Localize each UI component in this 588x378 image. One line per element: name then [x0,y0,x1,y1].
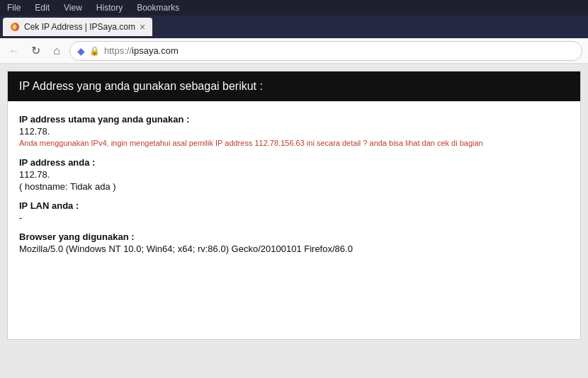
url-bar[interactable]: ◆ 🔒 https://ipsaya.com [69,41,582,61]
back-icon: ← [9,45,20,57]
ip-primary-label: IP address utama yang anda gunakan : [19,114,569,125]
lock-icon: 🔒 [89,46,100,56]
ip-anda-value: 112.78. [19,169,569,180]
info-text: Anda menggunakan IPv4, ingin mengetahui … [19,138,569,149]
ip-anda-label: IP address anda : [19,157,569,168]
site-header: IP Address yang anda gunakan sebagai ber… [8,71,580,101]
menu-file[interactable]: File [4,1,23,14]
ip-primary-value: 112.78. [19,126,569,137]
browser-value: Mozilla/5.0 (Windows NT 10.0; Win64; x64… [19,244,569,254]
tab-favicon [10,22,20,32]
reload-button[interactable]: ↻ [27,42,44,59]
home-icon: ⌂ [53,45,60,57]
url-host: ipsaya.com [132,45,179,56]
ip-lan-value: - [19,212,569,223]
navbar: ← ↻ ⌂ ◆ 🔒 https://ipsaya.com [0,38,588,64]
ip-lan-label: IP LAN anda : [19,200,569,211]
url-scheme: https:// [104,45,132,56]
browser-label: Browser yang digunakan : [19,231,569,242]
site-body: IP address utama yang anda gunakan : 112… [8,101,580,263]
hostname-value: ( hostname: Tidak ada ) [19,181,569,192]
menu-bookmarks[interactable]: Bookmarks [134,1,182,14]
home-button[interactable]: ⌂ [48,42,65,59]
back-button[interactable]: ← [6,42,23,59]
tabbar: Cek IP Address | IPSaya.com × [0,16,588,38]
menu-edit[interactable]: Edit [32,1,52,14]
menu-history[interactable]: History [94,1,125,14]
menubar: File Edit View History Bookmarks [0,0,588,16]
page-content: IP Address yang anda gunakan sebagai ber… [7,71,581,340]
tab-title: Cek IP Address | IPSaya.com [24,22,135,32]
url-text: https://ipsaya.com [104,45,575,56]
menu-view[interactable]: View [61,1,85,14]
page-wrapper: IP Address yang anda gunakan sebagai ber… [0,64,588,378]
tab-close-button[interactable]: × [140,22,145,32]
browser-tab[interactable]: Cek IP Address | IPSaya.com × [3,18,152,36]
reload-icon: ↻ [31,44,40,57]
shield-icon: ◆ [77,45,85,57]
